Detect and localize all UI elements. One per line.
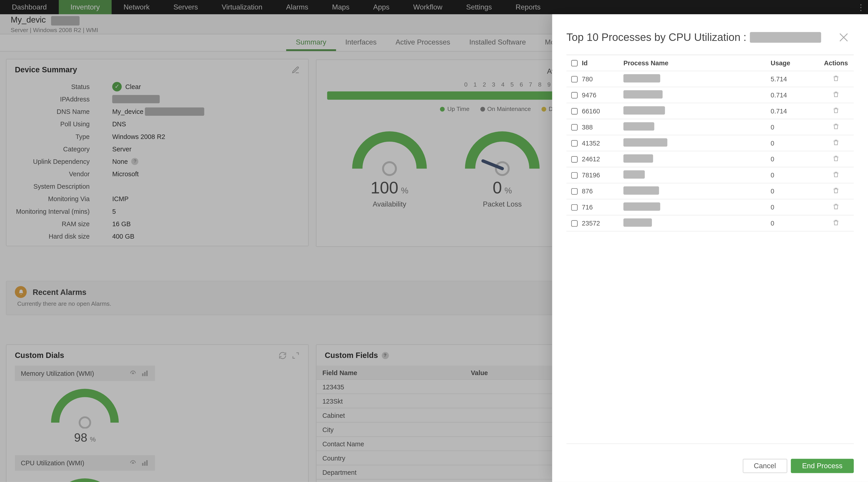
row-checkbox[interactable] xyxy=(571,204,577,211)
timeline-tick: 8 xyxy=(538,82,541,88)
summary-label: Vendor xyxy=(6,167,96,180)
expand-icon[interactable] xyxy=(291,351,300,359)
summary-label: Uplink Dependency xyxy=(6,155,96,167)
mini-dial: Memory Utilization (WMI)98 % xyxy=(15,365,155,447)
bell-icon xyxy=(15,286,27,298)
process-usage: 0 xyxy=(771,188,818,195)
process-usage: 0.714 xyxy=(771,91,818,99)
edit-icon[interactable] xyxy=(291,66,300,74)
timeline-tick: 2 xyxy=(483,82,486,88)
gauge-icon[interactable] xyxy=(129,459,137,467)
process-id: 78196 xyxy=(582,171,623,179)
mini-dial-label: Memory Utilization (WMI) xyxy=(21,370,94,377)
summary-label: IPAddress xyxy=(6,93,96,105)
svg-rect-9 xyxy=(146,460,148,466)
timeline-tick: 0 xyxy=(464,82,468,88)
tab-installed-software[interactable]: Installed Software xyxy=(460,38,535,51)
process-id: 876 xyxy=(582,188,623,195)
summary-label: Status xyxy=(6,80,96,93)
row-checkbox[interactable] xyxy=(571,76,577,82)
tab-interfaces[interactable]: Interfaces xyxy=(336,38,386,51)
bar-chart-icon[interactable] xyxy=(141,459,149,467)
select-all-checkbox[interactable] xyxy=(571,60,577,66)
row-checkbox[interactable] xyxy=(571,220,577,226)
gauge-availability: 100 % Availability xyxy=(345,129,434,208)
nav-tab-servers[interactable]: Servers xyxy=(162,0,210,14)
trash-icon[interactable] xyxy=(832,139,839,146)
gauge-availability-value: 100 xyxy=(370,179,398,197)
nav-tab-inventory[interactable]: Inventory xyxy=(59,0,112,14)
process-id: 716 xyxy=(582,203,623,211)
summary-label: Poll Using xyxy=(6,118,96,130)
device-title-redacted xyxy=(51,16,80,26)
legend-item: On Maintenance xyxy=(480,106,531,112)
column-header: Field Name xyxy=(316,369,471,376)
top-nav: DashboardInventoryNetworkServersVirtuali… xyxy=(0,0,868,14)
trash-icon[interactable] xyxy=(832,187,839,194)
recent-alarms-title: Recent Alarms xyxy=(33,288,86,296)
help-icon[interactable]: ? xyxy=(381,352,389,359)
nav-tab-maps[interactable]: Maps xyxy=(320,0,361,14)
row-checkbox[interactable] xyxy=(571,140,577,147)
device-meta: Server | Windows 2008 R2 | WMI xyxy=(11,27,98,33)
process-id: 9476 xyxy=(582,91,623,99)
trash-icon[interactable] xyxy=(832,219,839,226)
process-name-redacted xyxy=(623,138,667,147)
svg-rect-3 xyxy=(142,373,144,376)
process-name-redacted xyxy=(623,186,659,195)
trash-icon[interactable] xyxy=(832,107,839,114)
summary-value: My_device xyxy=(112,105,204,118)
timeline-tick: 5 xyxy=(510,82,514,88)
gauge-icon[interactable] xyxy=(129,369,137,378)
device-title: My_devic xyxy=(11,15,46,24)
trash-icon[interactable] xyxy=(832,123,839,130)
nav-tab-network[interactable]: Network xyxy=(112,0,162,14)
panel-footer: Cancel End Process xyxy=(552,450,868,482)
timeline-tick: 4 xyxy=(501,82,504,88)
cancel-button[interactable]: Cancel xyxy=(743,459,787,473)
status-ok-icon xyxy=(112,82,122,91)
process-id: 23572 xyxy=(582,220,623,227)
process-row: 413520 xyxy=(566,135,854,151)
nav-tab-workflow[interactable]: Workflow xyxy=(401,0,454,14)
bar-chart-icon[interactable] xyxy=(141,369,149,378)
nav-tab-virtualization[interactable]: Virtualization xyxy=(210,0,274,14)
summary-value: DNS xyxy=(112,118,204,130)
trash-icon[interactable] xyxy=(832,91,839,98)
gauge-packetloss: 0 % Packet Loss xyxy=(458,129,547,208)
nav-tab-alarms[interactable]: Alarms xyxy=(274,0,320,14)
overflow-menu-icon[interactable]: ⋮ xyxy=(854,0,868,14)
process-id: 388 xyxy=(582,123,623,131)
row-checkbox[interactable] xyxy=(571,92,577,98)
summary-value: Server xyxy=(112,142,204,155)
row-checkbox[interactable] xyxy=(571,156,577,162)
refresh-icon[interactable] xyxy=(278,351,287,359)
nav-tab-settings[interactable]: Settings xyxy=(454,0,504,14)
timeline-tick: 7 xyxy=(529,82,532,88)
row-checkbox[interactable] xyxy=(571,172,577,178)
process-usage: 0 xyxy=(771,123,818,131)
process-row: 661600.714 xyxy=(566,103,854,119)
row-checkbox[interactable] xyxy=(571,124,577,130)
timeline-tick: 6 xyxy=(520,82,523,88)
trash-icon[interactable] xyxy=(832,171,839,178)
end-process-button[interactable]: End Process xyxy=(791,459,854,473)
trash-icon[interactable] xyxy=(832,203,839,210)
tab-active-processes[interactable]: Active Processes xyxy=(386,38,460,51)
trash-icon[interactable] xyxy=(832,155,839,162)
summary-value xyxy=(112,180,204,192)
summary-value: 16 GB xyxy=(112,217,204,230)
help-icon[interactable]: ? xyxy=(131,158,138,165)
nav-tab-reports[interactable]: Reports xyxy=(504,0,553,14)
trash-icon[interactable] xyxy=(832,75,839,82)
summary-value: 5 xyxy=(112,205,204,217)
close-icon[interactable] xyxy=(837,31,850,44)
row-checkbox[interactable] xyxy=(571,188,577,194)
tab-summary[interactable]: Summary xyxy=(286,38,336,51)
row-checkbox[interactable] xyxy=(571,108,577,114)
nav-tab-apps[interactable]: Apps xyxy=(362,0,401,14)
process-name-redacted xyxy=(623,154,653,163)
summary-value: None? xyxy=(112,155,204,167)
nav-tab-dashboard[interactable]: Dashboard xyxy=(0,0,59,14)
process-usage: 0 xyxy=(771,139,818,147)
